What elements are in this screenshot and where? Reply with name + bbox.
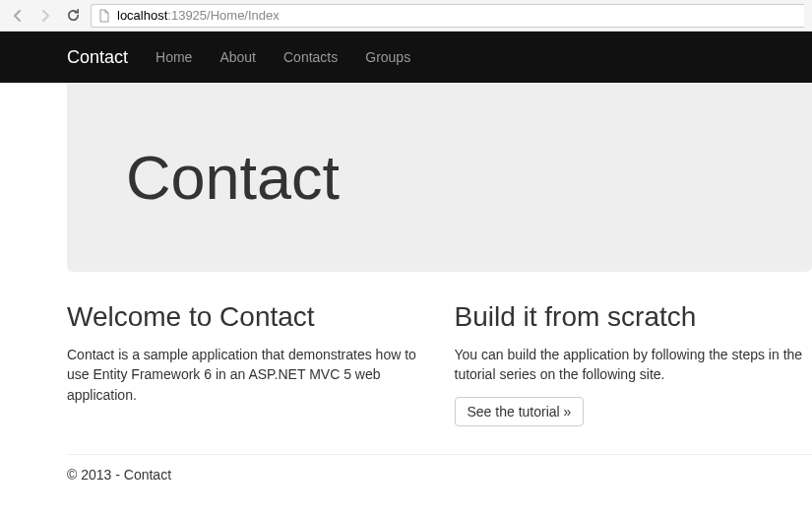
url-host: localhost (117, 8, 167, 23)
column-right: Build it from scratch You can build the … (455, 301, 813, 426)
divider (67, 454, 812, 455)
browser-toolbar: localhost:13925/Home/Index (0, 0, 812, 32)
nav-about[interactable]: About (219, 49, 256, 65)
arrow-left-icon (10, 8, 26, 24)
nav-contacts[interactable]: Contacts (283, 49, 338, 65)
address-bar[interactable]: localhost:13925/Home/Index (91, 4, 804, 28)
back-button[interactable] (8, 6, 28, 26)
jumbotron-title: Contact (126, 142, 753, 213)
url-path: :13925/Home/Index (167, 8, 279, 23)
jumbotron: Contact (67, 83, 812, 272)
navbar: Contact Home About Contacts Groups (0, 32, 812, 83)
footer-text: © 2013 - Contact (67, 467, 812, 492)
arrow-right-icon (37, 8, 53, 24)
content-row: Welcome to Contact Contact is a sample a… (67, 301, 812, 426)
reload-button[interactable] (63, 6, 83, 26)
right-heading: Build it from scratch (455, 301, 813, 333)
nav-groups[interactable]: Groups (365, 49, 410, 65)
left-body: Contact is a sample application that dem… (67, 345, 425, 405)
left-heading: Welcome to Contact (67, 301, 425, 333)
navbar-brand[interactable]: Contact (67, 47, 128, 68)
url-text: localhost:13925/Home/Index (117, 8, 280, 23)
page-icon (97, 9, 111, 23)
column-left: Welcome to Contact Contact is a sample a… (67, 301, 425, 426)
reload-icon (66, 8, 81, 23)
forward-button[interactable] (35, 6, 55, 26)
page-container: Contact Welcome to Contact Contact is a … (0, 83, 812, 492)
right-body: You can build the application by followi… (455, 345, 813, 385)
nav-home[interactable]: Home (156, 49, 192, 65)
tutorial-button[interactable]: See the tutorial » (455, 397, 585, 426)
